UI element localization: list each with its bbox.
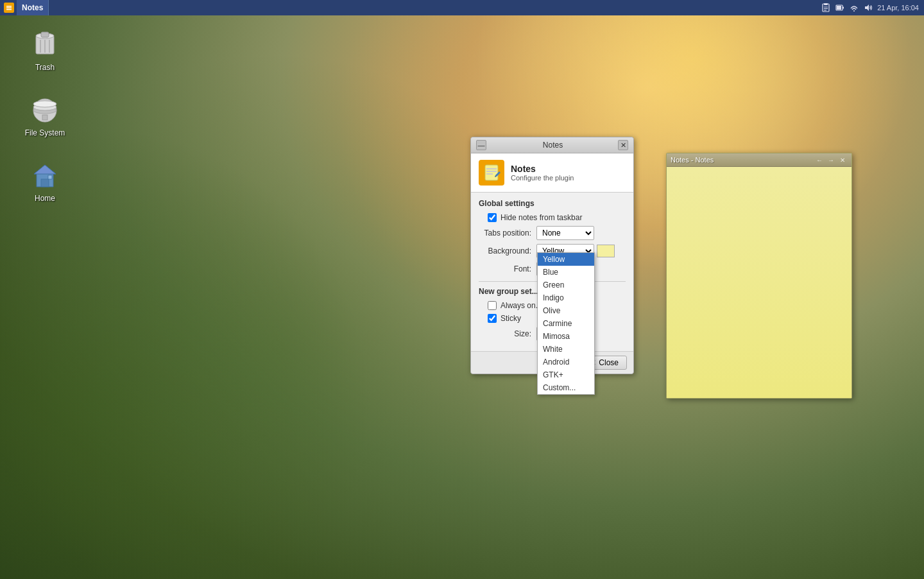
global-settings-title: Global settings bbox=[479, 199, 626, 208]
notes-window-forward-button[interactable]: → bbox=[826, 155, 836, 164]
tabs-position-row: Tabs position: None Top Bottom Left Righ… bbox=[479, 226, 626, 240]
close-button-label: Close bbox=[599, 358, 619, 367]
battery-tray-icon bbox=[835, 3, 845, 13]
tabs-position-label: Tabs position: bbox=[479, 229, 536, 238]
notes-window-back-button[interactable]: ← bbox=[814, 155, 825, 164]
svg-marker-26 bbox=[34, 165, 56, 174]
sticky-label: Sticky bbox=[501, 314, 521, 323]
svg-rect-0 bbox=[6, 6, 12, 7]
dropdown-item-android[interactable]: Android bbox=[538, 356, 594, 368]
taskbar-app-title[interactable]: Notes bbox=[17, 0, 49, 15]
notes-window-controls: ← → ✕ bbox=[814, 155, 848, 164]
notes-window: Notes - Notes ← → ✕ bbox=[666, 153, 852, 399]
svg-rect-1 bbox=[6, 8, 12, 9]
svg-rect-24 bbox=[42, 115, 47, 120]
svg-rect-28 bbox=[48, 175, 52, 179]
dropdown-item-green[interactable]: Green bbox=[538, 279, 594, 291]
app-menu-icon[interactable] bbox=[4, 3, 14, 13]
desktop-icon-trash[interactable]: Trash bbox=[19, 30, 71, 72]
notes-window-titlebar: Notes - Notes ← → ✕ bbox=[667, 153, 851, 167]
tabs-position-select[interactable]: None Top Bottom Left Right bbox=[536, 226, 594, 240]
hide-notes-checkbox-row: Hide notes from taskbar bbox=[479, 213, 626, 222]
svg-rect-27 bbox=[41, 179, 49, 187]
hide-notes-label: Hide notes from taskbar bbox=[501, 213, 582, 222]
dialog-app-icon bbox=[479, 160, 504, 186]
dropdown-item-mimosa[interactable]: Mimosa bbox=[538, 330, 594, 343]
network-tray-icon bbox=[849, 3, 859, 13]
dropdown-item-blue[interactable]: Blue bbox=[538, 266, 594, 279]
font-label: Font: bbox=[479, 264, 536, 273]
dialog-header: Notes Configure the plugin bbox=[471, 153, 633, 193]
trash-icon-label: Trash bbox=[35, 63, 55, 72]
dropdown-item-gtk[interactable]: GTK+ bbox=[538, 368, 594, 381]
hide-notes-checkbox[interactable] bbox=[488, 213, 497, 222]
notes-window-content bbox=[667, 167, 851, 398]
clipboard-tray-icon bbox=[821, 3, 831, 13]
filesystem-icon bbox=[30, 95, 60, 126]
svg-rect-2 bbox=[6, 9, 12, 10]
notes-window-close-button[interactable]: ✕ bbox=[837, 155, 848, 164]
notes-dialog-titlebar: — Notes ✕ bbox=[471, 137, 633, 153]
sticky-checkbox[interactable] bbox=[488, 314, 497, 323]
taskbar-right: 21 Apr, 16:04 bbox=[821, 3, 924, 13]
svg-point-11 bbox=[853, 10, 855, 12]
dropdown-item-custom[interactable]: Custom... bbox=[538, 381, 594, 394]
svg-point-23 bbox=[33, 101, 56, 107]
svg-rect-32 bbox=[486, 173, 493, 175]
svg-marker-12 bbox=[865, 4, 869, 11]
always-on-label: Always on... bbox=[501, 301, 542, 310]
svg-rect-16 bbox=[41, 32, 49, 37]
background-color-swatch bbox=[597, 245, 615, 257]
dropdown-item-yellow[interactable]: Yellow bbox=[538, 253, 594, 266]
desktop-icon-home[interactable]: Home bbox=[19, 160, 71, 203]
svg-rect-4 bbox=[824, 3, 828, 5]
filesystem-icon-label: File System bbox=[25, 128, 65, 137]
taskbar-clock: 21 Apr, 16:04 bbox=[877, 4, 919, 12]
svg-rect-9 bbox=[843, 7, 844, 9]
svg-rect-10 bbox=[837, 6, 841, 10]
volume-tray-icon bbox=[863, 3, 873, 13]
size-label: Size: bbox=[479, 329, 536, 338]
dropdown-item-olive[interactable]: Olive bbox=[538, 304, 594, 317]
dialog-header-text: Notes Configure the plugin bbox=[511, 164, 574, 182]
svg-rect-30 bbox=[486, 168, 497, 169]
notes-dialog-minimize-button[interactable]: — bbox=[476, 140, 486, 150]
dialog-app-subtitle: Configure the plugin bbox=[511, 174, 574, 182]
desktop-icon-filesystem[interactable]: File System bbox=[19, 95, 71, 137]
always-on-checkbox[interactable] bbox=[488, 301, 497, 310]
taskbar-left: Notes bbox=[0, 0, 821, 15]
dialog-app-name: Notes bbox=[511, 164, 574, 174]
dropdown-item-white[interactable]: White bbox=[538, 343, 594, 356]
background-dropdown: Yellow Blue Green Indigo Olive Carmine M… bbox=[537, 252, 595, 395]
notes-window-title-label: Notes - Notes bbox=[671, 156, 814, 164]
svg-rect-31 bbox=[486, 171, 497, 172]
dropdown-item-indigo[interactable]: Indigo bbox=[538, 291, 594, 304]
notes-dialog-close-button[interactable]: ✕ bbox=[618, 140, 628, 150]
background-label: Background: bbox=[479, 246, 536, 255]
home-icon bbox=[30, 160, 60, 191]
svg-rect-29 bbox=[485, 165, 498, 180]
desktop: Notes bbox=[0, 0, 924, 579]
home-icon-label: Home bbox=[35, 194, 55, 203]
trash-icon bbox=[30, 30, 60, 60]
notes-dialog-title-label: Notes bbox=[488, 141, 618, 150]
taskbar: Notes bbox=[0, 0, 924, 15]
dropdown-item-carmine[interactable]: Carmine bbox=[538, 317, 594, 330]
